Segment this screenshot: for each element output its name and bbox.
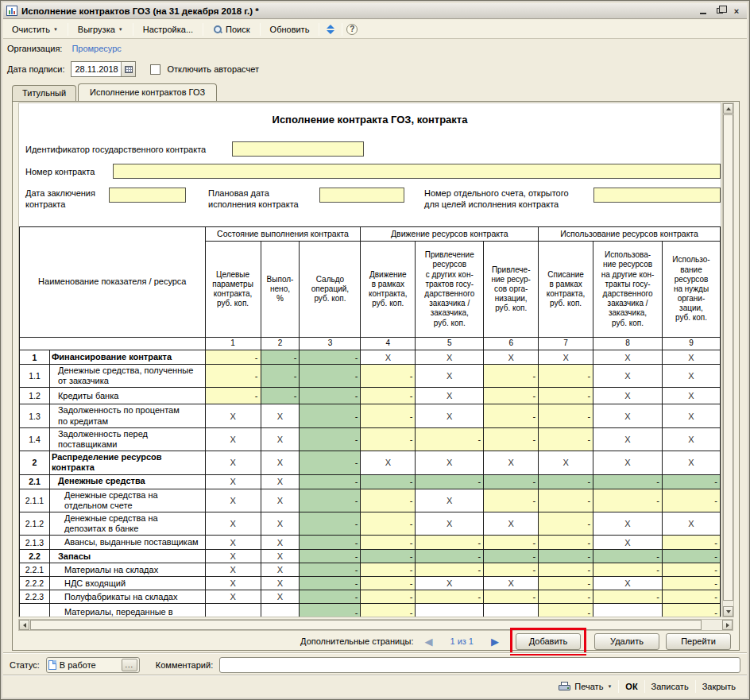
sign-date-input[interactable]: 28.11.2018 xyxy=(71,61,136,77)
table-cell[interactable]: - xyxy=(593,563,663,577)
table-cell[interactable]: - xyxy=(539,536,593,550)
table-cell[interactable]: - xyxy=(416,427,484,451)
toolbar-separator xyxy=(319,23,319,36)
table-cell[interactable]: - xyxy=(662,563,720,577)
table-cell[interactable]: - xyxy=(361,404,416,427)
horizontal-scrollbar[interactable] xyxy=(18,619,733,631)
toolbar-refresh-button[interactable]: Обновить xyxy=(265,22,315,37)
tab-ispolnenie-kontraktov[interactable]: Исполнение контрактов ГОЗ xyxy=(78,83,217,101)
table-cell[interactable]: - xyxy=(662,590,720,604)
table-cell: X xyxy=(416,451,484,474)
table-cell[interactable]: - xyxy=(205,365,261,388)
close-form-button[interactable]: Закрыть xyxy=(696,679,742,694)
next-page-button[interactable]: ▶ xyxy=(488,636,502,648)
table-cell[interactable]: - xyxy=(593,489,663,512)
table-cell: X xyxy=(593,427,663,451)
scroll-left-button[interactable] xyxy=(19,620,29,630)
autocalc-checkbox[interactable] xyxy=(150,64,160,75)
report-icon xyxy=(6,6,17,16)
table-cell[interactable]: - xyxy=(361,489,416,512)
table-cell[interactable]: - xyxy=(361,512,416,535)
table-cell[interactable]: - xyxy=(361,365,416,388)
organization-link[interactable]: Промресурс xyxy=(72,44,121,53)
table-cell[interactable]: - xyxy=(539,512,593,535)
minimize-button[interactable] xyxy=(696,5,710,17)
help-button[interactable]: ? xyxy=(346,24,358,35)
table-cell[interactable]: - xyxy=(662,536,720,550)
restore-button[interactable] xyxy=(713,5,727,17)
scroll-right-button[interactable] xyxy=(722,620,733,630)
table-cell: X xyxy=(539,350,593,365)
table-cell[interactable]: - xyxy=(539,590,593,604)
conclusion-date-input[interactable] xyxy=(109,188,186,203)
delete-page-button[interactable]: Удалить xyxy=(594,633,659,650)
sort-settings-button[interactable] xyxy=(323,23,338,36)
table-cell[interactable]: - xyxy=(662,489,720,512)
table-cell xyxy=(261,604,300,617)
toolbar-clear-button[interactable]: Очистить▼ xyxy=(6,22,64,37)
table-cell[interactable]: - xyxy=(539,577,593,590)
table-cell[interactable]: - xyxy=(361,590,416,604)
table-cell[interactable]: - xyxy=(484,536,539,550)
table-cell[interactable]: - xyxy=(539,604,593,617)
tab-titulny[interactable]: Титульный xyxy=(12,85,76,101)
table-cell[interactable]: - xyxy=(484,427,539,451)
table-cell[interactable]: - xyxy=(484,365,539,388)
table-cell[interactable]: - xyxy=(416,563,484,577)
printer-icon xyxy=(559,682,570,691)
goto-page-button[interactable]: Перейти xyxy=(666,633,731,650)
table-cell[interactable]: - xyxy=(662,604,720,617)
table-cell[interactable]: - xyxy=(539,563,593,577)
table-cell[interactable]: - xyxy=(205,388,261,404)
status-select[interactable]: В работе ... xyxy=(46,657,140,673)
ok-button[interactable]: ОК xyxy=(619,679,644,694)
row-number xyxy=(20,604,50,617)
vertical-scrollbar[interactable] xyxy=(722,102,734,617)
table-cell[interactable]: - xyxy=(361,427,416,451)
table-cell[interactable]: - xyxy=(539,427,593,451)
table-cell[interactable]: - xyxy=(361,388,416,404)
toolbar-search-button[interactable]: Поиск xyxy=(207,22,255,37)
table-cell[interactable]: - xyxy=(484,590,539,604)
print-button[interactable]: Печать ▼ xyxy=(552,679,618,694)
separate-account-input[interactable] xyxy=(593,188,721,203)
table-cell[interactable]: - xyxy=(662,577,720,590)
table-cell[interactable]: - xyxy=(416,536,484,550)
table-cell[interactable]: - xyxy=(361,563,416,577)
planned-date-input[interactable] xyxy=(319,188,404,203)
table-cell[interactable]: - xyxy=(361,577,416,590)
contract-number-input[interactable] xyxy=(113,164,721,179)
table-cell[interactable]: - xyxy=(484,388,539,404)
app-window: Исполнение контрактов ГОЗ (на 31 декабря… xyxy=(0,0,750,700)
comment-input[interactable] xyxy=(219,657,740,673)
save-button[interactable]: Записать xyxy=(645,679,695,694)
table-cell[interactable]: - xyxy=(539,489,593,512)
calendar-picker-button[interactable] xyxy=(121,62,135,76)
add-page-button[interactable]: Добавить xyxy=(516,633,581,650)
table-cell[interactable]: - xyxy=(484,489,539,512)
table-cell[interactable]: - xyxy=(539,365,593,388)
sign-date-label: Дата подписи: xyxy=(7,64,64,74)
table-cell[interactable]: - xyxy=(361,604,416,617)
table-cell[interactable]: - xyxy=(593,590,663,604)
table-cell[interactable]: - xyxy=(361,536,416,550)
toolbar-export-button[interactable]: Выгрузка▼ xyxy=(72,22,129,37)
status-more-button[interactable]: ... xyxy=(122,659,137,671)
table-cell[interactable]: - xyxy=(205,350,261,365)
prev-page-button[interactable]: ◀ xyxy=(421,636,435,648)
table-row: 2.2.3Полуфабрикаты на складахXX------- xyxy=(20,590,721,604)
table-cell: - xyxy=(300,365,361,388)
horizontal-scroll-thumb[interactable] xyxy=(30,620,702,630)
table-cell[interactable]: - xyxy=(539,388,593,404)
vertical-scroll-thumb[interactable] xyxy=(723,114,733,601)
close-button[interactable]: × xyxy=(729,5,744,17)
table-cell[interactable]: - xyxy=(484,563,539,577)
toolbar-settings-button[interactable]: Настройка... xyxy=(137,22,199,37)
scroll-down-button[interactable] xyxy=(723,606,733,617)
table-cell[interactable]: - xyxy=(416,590,484,604)
gov-contract-id-input[interactable] xyxy=(232,141,364,157)
table-cell: X xyxy=(662,350,720,365)
table-cell[interactable]: - xyxy=(484,404,539,427)
table-cell[interactable]: - xyxy=(539,404,593,427)
scroll-up-button[interactable] xyxy=(723,103,733,114)
